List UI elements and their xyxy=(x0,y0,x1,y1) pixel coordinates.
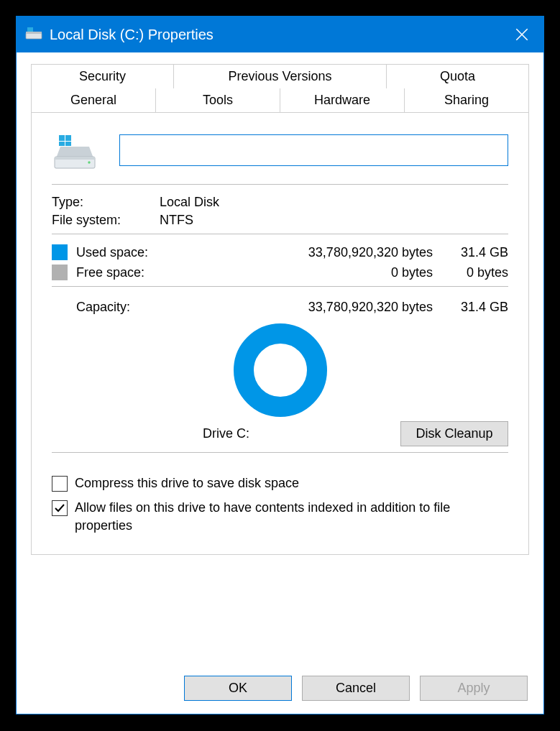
capacity-human: 31.4 GB xyxy=(440,300,508,315)
used-space-human: 31.4 GB xyxy=(440,245,508,260)
svg-point-6 xyxy=(88,161,90,163)
capacity-label: Capacity: xyxy=(76,300,177,315)
capacity-row: Capacity: 33,780,920,320 bytes 31.4 GB xyxy=(52,300,508,315)
type-label: Type: xyxy=(52,195,160,210)
usage-chart xyxy=(52,323,508,417)
capacity-bytes: 33,780,920,320 bytes xyxy=(177,300,440,315)
disk-cleanup-button[interactable]: Disk Cleanup xyxy=(400,421,508,446)
tab-sharing[interactable]: Sharing xyxy=(405,88,529,113)
donut-icon xyxy=(234,323,327,417)
free-space-bytes: 0 bytes xyxy=(177,265,440,280)
volume-name-input[interactable] xyxy=(119,134,508,166)
separator xyxy=(52,286,508,287)
tab-general[interactable]: General xyxy=(31,88,156,113)
filesystem-row: File system: NTFS xyxy=(52,213,508,228)
drive-name-label: Drive C: xyxy=(203,426,249,441)
compress-label: Compress this drive to save disk space xyxy=(75,474,508,492)
content-area: Security Previous Versions Quota General… xyxy=(17,52,543,662)
titlebar[interactable]: Local Disk (C:) Properties xyxy=(17,17,543,52)
free-space-human: 0 bytes xyxy=(440,265,508,280)
tab-container: Security Previous Versions Quota General… xyxy=(31,64,529,555)
drive-icon xyxy=(25,26,42,44)
close-button[interactable] xyxy=(500,17,543,52)
tab-security[interactable]: Security xyxy=(31,64,174,88)
window-title: Local Disk (C:) Properties xyxy=(50,27,500,43)
svg-rect-5 xyxy=(55,157,95,160)
index-checkbox[interactable] xyxy=(52,500,68,516)
properties-window: Local Disk (C:) Properties Security Prev… xyxy=(16,16,544,714)
free-space-row: Free space: 0 bytes 0 bytes xyxy=(52,265,508,280)
tab-quota[interactable]: Quota xyxy=(387,64,529,88)
separator xyxy=(52,452,508,453)
svg-rect-0 xyxy=(26,33,42,39)
index-label: Allow files on this drive to have conten… xyxy=(75,499,508,534)
separator xyxy=(52,234,508,234)
svg-rect-8 xyxy=(65,135,71,141)
tab-panel-general: Type: Local Disk File system: NTFS Used … xyxy=(31,112,529,555)
type-row: Type: Local Disk xyxy=(52,195,508,210)
dialog-footer: OK Cancel Apply xyxy=(17,662,543,714)
used-space-row: Used space: 33,780,920,320 bytes 31.4 GB xyxy=(52,244,508,260)
svg-rect-7 xyxy=(59,135,65,141)
disk-large-icon xyxy=(52,132,98,168)
type-value: Local Disk xyxy=(160,195,219,210)
tab-previous-versions[interactable]: Previous Versions xyxy=(174,64,387,88)
filesystem-label: File system: xyxy=(52,213,160,228)
svg-rect-9 xyxy=(59,142,65,146)
compress-checkbox[interactable] xyxy=(52,476,68,492)
cancel-button[interactable]: Cancel xyxy=(302,676,410,701)
used-space-label: Used space: xyxy=(76,245,177,260)
separator xyxy=(52,184,508,185)
svg-rect-10 xyxy=(65,142,71,146)
free-color-swatch xyxy=(52,265,68,280)
filesystem-value: NTFS xyxy=(160,213,193,228)
tab-hardware[interactable]: Hardware xyxy=(280,88,405,113)
free-space-label: Free space: xyxy=(76,265,177,280)
ok-button[interactable]: OK xyxy=(184,676,292,701)
used-space-bytes: 33,780,920,320 bytes xyxy=(177,245,440,260)
tab-tools[interactable]: Tools xyxy=(156,88,280,113)
apply-button[interactable]: Apply xyxy=(420,676,528,701)
used-color-swatch xyxy=(52,244,68,260)
svg-rect-1 xyxy=(26,32,42,34)
svg-rect-2 xyxy=(27,27,33,32)
